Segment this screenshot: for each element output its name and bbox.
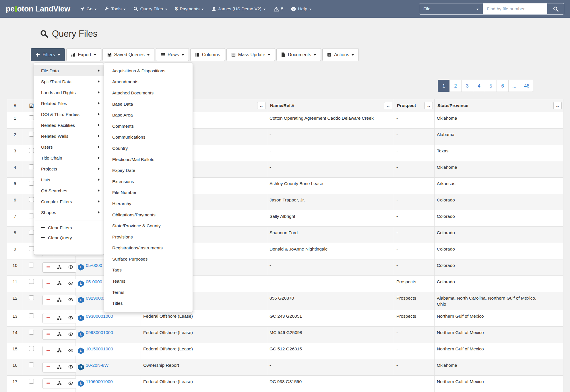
file-data-submenu-item-hierarchy[interactable]: Hierarchy [104,198,193,209]
header-prospect[interactable]: Prospect↔ [394,99,435,112]
nav-item-help[interactable]: ?Help [291,6,311,11]
filters-menu-item-complex-filters[interactable]: Complex Filters [34,196,104,207]
row-checkbox[interactable] [29,230,34,235]
file-data-submenu-item-comments[interactable]: Comments [104,121,193,132]
row-checkbox[interactable] [29,295,34,300]
pagination-ellipsis[interactable]: ... [508,80,520,92]
view-button[interactable] [65,362,76,372]
pagination-page-2[interactable]: 2 [449,80,462,92]
search-scope-select[interactable]: File [419,3,483,14]
pagination-page-48[interactable]: 48 [520,80,533,92]
hierarchy-button[interactable] [54,279,65,289]
row-checkbox[interactable] [29,279,34,284]
file-data-submenu-item-surface-purposes[interactable]: Surface Purposes [104,253,193,265]
row-checkbox[interactable] [29,246,34,251]
file-data-submenu-item-terms[interactable]: Terms [104,287,193,298]
clear-filters-menu-item[interactable]: Clear Filters [34,223,104,233]
filters-menu-item-related-facilities[interactable]: Related Facilities [34,120,104,131]
file-number-link[interactable]: 05-0000 [86,263,102,268]
filters-menu-item-shapes[interactable]: Shapes [34,207,104,218]
row-checkbox[interactable] [29,313,34,318]
file-number-link[interactable]: 10150001000 [86,346,113,351]
nav-item-tools[interactable]: Tools [104,6,126,11]
row-checkbox[interactable] [29,197,34,202]
filters-menu-item-title-chain[interactable]: Title Chain [34,152,104,163]
saved-queries-button[interactable]: Saved Queries [102,48,154,61]
file-data-submenu-item-acquisitions-dispositions[interactable]: Acquisitions & Dispositions [104,65,193,76]
hierarchy-button[interactable] [54,313,65,323]
file-number-link[interactable]: 09980001000 [86,330,113,335]
file-data-submenu-item-teams[interactable]: Teams [104,275,193,287]
row-checkbox[interactable] [29,346,34,351]
nav-item-query-files[interactable]: Query Files [133,6,167,11]
row-checkbox[interactable] [29,115,34,120]
filters-menu-item-lists[interactable]: Lists [34,174,104,185]
row-checkbox[interactable] [29,362,34,367]
view-button[interactable] [65,379,76,389]
file-data-submenu-item-communications[interactable]: Communications [104,132,193,143]
pagination-page-3[interactable]: 3 [461,80,473,92]
columns-button[interactable]: Columns [190,48,225,61]
export-button[interactable]: Export [66,48,101,61]
mass-update-button[interactable]: Mass Update [226,48,275,61]
pagination-page-6[interactable]: 6 [497,80,509,92]
hierarchy-button[interactable] [54,262,65,273]
file-data-submenu-item-attached-documents[interactable]: Attached Documents [104,87,193,98]
remove-row-button[interactable] [42,362,54,372]
file-data-submenu-item-country[interactable]: Country [104,143,193,154]
filters-menu-item-users[interactable]: Users [34,141,104,152]
header-name-ref[interactable]: Name/Ref.#↔ [267,99,394,112]
filters-menu-item-projects[interactable]: Projects [34,163,104,174]
filters-menu-item-related-wells[interactable]: Related Wells [34,131,104,141]
nav-item-go[interactable]: Go [80,6,97,11]
filters-menu-item-related-files[interactable]: Related Files [34,98,104,109]
filters-menu-item-file-data[interactable]: File Data [34,65,104,76]
view-button[interactable] [65,279,76,289]
file-data-submenu-item-base-area[interactable]: Base Area [104,109,193,121]
remove-row-button[interactable] [42,329,54,340]
file-data-submenu-item-titles[interactable]: Titles [104,298,193,309]
filters-menu-item-qa-searches[interactable]: QA Searches [34,185,104,196]
hierarchy-button[interactable] [54,329,65,340]
file-search-input[interactable] [483,3,547,14]
column-resize-icon[interactable]: ↔ [424,102,433,109]
actions-button[interactable]: Actions [322,48,359,61]
view-button[interactable] [65,295,76,305]
view-button[interactable] [65,313,76,323]
column-resize-icon[interactable]: ↔ [384,102,392,109]
row-checkbox[interactable] [29,330,34,335]
remove-row-button[interactable] [42,295,54,305]
remove-row-button[interactable] [42,313,54,323]
filters-button[interactable]: Filters [31,48,65,61]
hierarchy-button[interactable] [54,295,65,305]
pagination-page-4[interactable]: 4 [473,80,485,92]
row-checkbox[interactable] [29,214,34,218]
file-data-submenu-item-provisions[interactable]: Provisions [104,231,193,242]
file-data-submenu-item-amendments[interactable]: Amendments [104,76,193,88]
view-button[interactable] [65,346,76,356]
column-resize-icon[interactable]: ↔ [257,102,265,109]
row-checkbox[interactable] [29,148,34,153]
file-number-link[interactable]: 05-0000 [86,279,102,284]
row-checkbox[interactable] [29,132,34,137]
nav-item-5[interactable]: 5 [274,6,284,11]
file-data-submenu-item-base-data[interactable]: Base Data [104,98,193,110]
file-data-submenu-item-state-province-county[interactable]: State/Province & County [104,220,193,231]
file-data-submenu-item-elections-mail-ballots[interactable]: Elections/Mail Ballots [104,154,193,165]
file-number-link[interactable]: 10-20N-8W [86,363,108,368]
view-button[interactable] [65,329,76,340]
row-checkbox[interactable] [29,181,34,186]
pagination-page-1[interactable]: 1 [438,80,450,92]
file-data-submenu-item-tags[interactable]: Tags [104,265,193,276]
rows-button[interactable]: Rows [156,48,189,61]
file-data-submenu-item-expiry-date[interactable]: Expiry Date [104,165,193,176]
file-data-submenu-item-extensions[interactable]: Extensions [104,176,193,187]
file-data-submenu-item-registrations-instruments[interactable]: Registrations/Instruments [104,242,193,254]
nav-item-james-us-demo-v2-[interactable]: James (US Demo V2) [212,6,266,11]
remove-row-button[interactable] [42,279,54,289]
clear-query-menu-item[interactable]: Clear Query [34,233,104,243]
hierarchy-button[interactable] [54,362,65,372]
row-checkbox[interactable] [29,379,34,384]
pagination-page-5[interactable]: 5 [485,80,497,92]
row-checkbox[interactable] [29,263,34,267]
